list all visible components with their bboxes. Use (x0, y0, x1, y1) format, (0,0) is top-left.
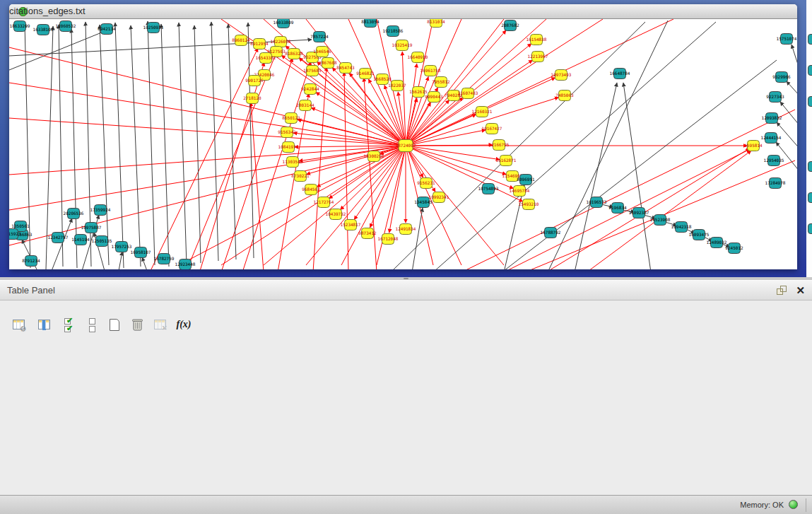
graph-node-label: 16543382 (256, 55, 276, 60)
empty-checkbox-icon (89, 318, 95, 325)
graph-edge[interactable] (115, 23, 124, 268)
graph-node-label: 16788792 (541, 230, 561, 235)
graph-node-label: 8912954 (250, 41, 269, 46)
memory-status: Memory: OK (740, 501, 784, 510)
graph-node-label: 16338109 (33, 27, 54, 32)
graph-node-label: 18226058 (271, 39, 291, 44)
table-panel-body: ⚙ ✔ ✔ (0, 300, 812, 495)
clear-row-selection-button[interactable] (83, 315, 102, 334)
graph-edge[interactable] (211, 22, 218, 261)
graph-edge[interactable] (548, 21, 668, 269)
graph-edge[interactable] (228, 24, 236, 259)
graph-edge[interactable] (389, 146, 406, 233)
graph-edge[interactable] (780, 102, 797, 125)
graph-edge[interactable] (161, 24, 169, 267)
graph-edge[interactable] (71, 29, 77, 268)
graph-node-label: 14695784 (510, 188, 530, 193)
graph-edge[interactable] (9, 30, 107, 70)
graph-node-label: 8942134 (98, 26, 116, 31)
graph-edge[interactable] (575, 83, 617, 269)
graph-node-label: 16648784 (610, 71, 630, 76)
graph-node-label: 12491834 (396, 226, 416, 231)
graph-node-label: 10167427 (482, 126, 502, 131)
new-column-button[interactable] (105, 315, 124, 334)
graph-node-label: 12505135 (92, 238, 112, 243)
graph-node-label: 9873412 (358, 230, 377, 235)
graph-edge[interactable] (9, 118, 406, 146)
graph-edge[interactable] (341, 146, 406, 265)
graph-edge[interactable] (221, 146, 406, 265)
column-settings-button[interactable]: ⚙ (8, 315, 28, 334)
window-titlebar[interactable]: citations_edges.txt (9, 4, 797, 19)
graph-node-label: 10325419 (392, 42, 413, 47)
graph-node-label: 16154838 (526, 37, 547, 42)
graph-edge[interactable] (151, 48, 258, 269)
graph-node-label: 7955812 (432, 79, 450, 84)
graph-edge[interactable] (792, 45, 797, 69)
graph-node-label: 12444154 (761, 135, 782, 140)
splitter-handle-icon (404, 278, 408, 279)
graph-edge[interactable] (406, 146, 461, 265)
graph-node-label: 7857224 (310, 34, 329, 39)
float-panel-button[interactable] (777, 286, 788, 296)
select-all-rows-button[interactable]: ✔ ✔ (59, 315, 79, 334)
graph-edge[interactable] (119, 252, 122, 269)
graph-node-label: 16093475 (689, 232, 710, 237)
network-canvas[interactable]: 8960124891295418226058912750316543382818… (9, 19, 797, 269)
graph-edge[interactable] (131, 25, 141, 267)
graph-node-label: 12489032 (707, 240, 727, 245)
graph-node-label: 10942318 (671, 224, 692, 229)
graph-node-label: 12166795 (489, 142, 510, 147)
graph-node-label: 10975887 (81, 225, 102, 230)
delete-table-button[interactable]: ✕ (150, 315, 170, 334)
memory-indicator[interactable] (789, 500, 798, 509)
graph-node-label: 11303548 (283, 159, 303, 164)
graph-node-label: 10439732 (326, 211, 346, 216)
graph-node-label: 9329966 (772, 74, 791, 79)
graph-node-label: 3915923 (9, 231, 21, 236)
graph-edge[interactable] (504, 149, 750, 269)
graph-node-label: 1822037 (388, 83, 406, 88)
function-builder-button[interactable]: f(x) (174, 315, 194, 334)
graph-node-label: 12093832 (762, 115, 782, 120)
graph-node-label: 12342757 (48, 235, 69, 240)
graph-node-label: 9990443 (425, 94, 443, 99)
graph-edge[interactable] (179, 23, 187, 265)
table-panel-title: Table Panel (7, 281, 55, 300)
graph-node-label: 8096951 (517, 177, 535, 182)
graph-edge[interactable] (623, 83, 651, 269)
graph-edge[interactable] (59, 25, 63, 267)
graph-edge[interactable] (46, 26, 53, 269)
graph-node-label: 8730221 (291, 173, 310, 178)
graph-node-label: 8131074 (427, 19, 445, 24)
graph-node-label: 9242844 (301, 86, 319, 91)
graph-edge[interactable] (412, 208, 423, 269)
graph-node-label: 12213967 (528, 54, 548, 59)
graph-edge[interactable] (787, 81, 797, 95)
graph-node-label: 10754893 (478, 186, 499, 191)
graph-node-label: 20206536 (64, 211, 84, 216)
network-view-window: citations_edges.txt 89601248912954182260… (9, 4, 797, 269)
graph-node-label: 8454743 (336, 65, 355, 70)
graph-node-label: 15751074 (777, 36, 797, 41)
graph-edge[interactable] (142, 257, 147, 269)
graph-node-label: 2087682 (501, 23, 519, 28)
graph-node-label: 15234817 (341, 222, 361, 227)
graph-edge[interactable] (406, 115, 476, 146)
graph-node-label: 12954035 (764, 158, 784, 163)
select-columns-button[interactable] (34, 315, 54, 334)
graph-node-label: 10973493 (551, 72, 572, 77)
graph-node-label: 1595814 (744, 143, 763, 148)
delete-column-button[interactable] (127, 315, 147, 334)
graph-edge[interactable] (148, 21, 155, 265)
graph-node-label: 1350561 (11, 223, 30, 228)
graph-node-label: 19218586 (383, 28, 404, 33)
graph-edge[interactable] (9, 83, 406, 146)
graph-node-label: 7485063 (555, 93, 574, 98)
graph-node-label: 12060532 (56, 23, 76, 28)
graph-edge[interactable] (316, 93, 406, 146)
graph-edge[interactable] (504, 60, 777, 269)
graph-edge[interactable] (194, 25, 201, 263)
close-panel-button[interactable]: ✕ (796, 284, 805, 298)
document-icon (110, 319, 119, 331)
